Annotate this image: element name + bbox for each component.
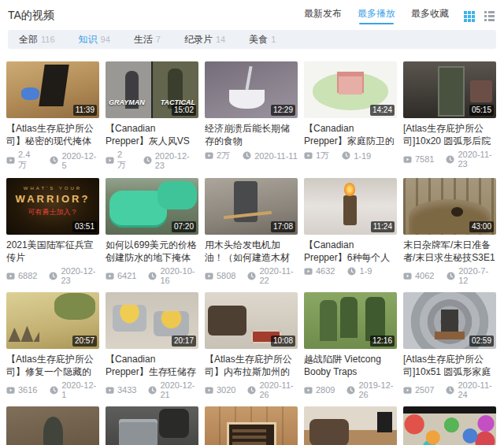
video-card[interactable]: 10:02 5种应该修建的后院地堡 1914 2020-10-18 <box>304 406 397 445</box>
video-title[interactable]: 【Canadian Prepper】家庭防卫的10层防线 <box>304 122 397 147</box>
grayman-vs-tactical-split-thumbnail[interactable]: GRAYMAN TACTICAL 15:02 <box>106 61 198 118</box>
video-title[interactable]: 如何以699美元的价格创建防水的地下掩体和食物储藏室 <box>106 239 198 264</box>
video-title[interactable]: 【Atlas生存庇护所公司】内布拉斯加州的防空洞藏在一个筒仓下 <box>205 353 298 378</box>
filter-item[interactable]: 全部 116 <box>19 33 55 46</box>
sort-tabs: 最新发布最多播放最多收藏 <box>304 7 449 24</box>
video-title[interactable]: 【Canadian Prepper】灰人风VS战术风？哪种风格更适合生存 <box>106 122 198 147</box>
backyard-bunker-living-room-thumbnail[interactable]: 10:02 <box>304 406 397 445</box>
video-card[interactable]: 12:29 经济崩溃后能长期储存的食物 2万 2020-11-11 <box>205 61 298 171</box>
filter-item[interactable]: 纪录片 14 <box>184 33 225 46</box>
video-title[interactable]: 越战陷阱 Vietcong Booby Traps <box>304 353 397 378</box>
list-glyph <box>484 11 487 13</box>
publish-date: 1-19 <box>354 151 371 161</box>
sort-tab[interactable]: 最多收藏 <box>411 7 449 24</box>
video-card[interactable]: 08:25 波兰战役 ▶ 德国为何入侵波兰？为何波兰溃不成军？ 1695 202… <box>403 406 496 445</box>
video-card[interactable]: 14:24 【Canadian Prepper】家庭防卫的10层防线 1万 1-… <box>304 61 397 171</box>
filter-item[interactable]: 生活 7 <box>134 33 161 46</box>
view-count: 2507 <box>415 385 434 395</box>
video-card[interactable]: 43:00 末日杂牌军/末日准备者/末日求生秘技S3E1危机倒数熟肉 4062 … <box>403 178 496 285</box>
video-card[interactable]: 11:24 【Canadian Prepper】6种每个人都应该学会的简易营地生… <box>304 178 397 285</box>
video-meta: 1万 1-19 <box>304 150 397 161</box>
play-count-icon <box>106 156 114 165</box>
clock-icon <box>148 272 157 280</box>
video-card[interactable]: 17:08 用木头给发电机加油！（如何建造木材气化炉） 5808 2020-11… <box>205 178 298 285</box>
desert-bunker-hatch-thumbnail[interactable]: 11:39 <box>6 61 99 118</box>
clock-icon <box>50 156 58 165</box>
duration-badge: 11:39 <box>73 105 97 116</box>
video-meta: 4062 2020-7-12 <box>403 266 496 285</box>
video-title[interactable]: 经济崩溃后能长期储存的食物 <box>205 122 298 147</box>
video-card[interactable]: 02:59 [Atlas生存庇护所公司]10x51 圆弧形家庭地堡8人2卧室 2… <box>403 292 496 399</box>
duration-badge: 20:57 <box>72 336 97 347</box>
video-title[interactable]: 【Atlas生存庇护所公司】秘密的现代掩体在世界末日装满了补给 <box>6 122 99 147</box>
publish-date: 2020-11-11 <box>254 151 298 161</box>
pots-of-pasta-thumbnail[interactable]: 20:17 <box>106 292 198 349</box>
duration-badge: 14:24 <box>370 105 395 116</box>
shelter-living-room-thumbnail[interactable]: 10:08 <box>205 292 298 349</box>
coffee-cup-thumbnail[interactable]: 12:29 <box>205 61 298 118</box>
green-water-tanks-thumbnail[interactable]: 07:20 <box>106 178 198 235</box>
video-title[interactable]: 末日杂牌军/末日准备者/末日求生秘技S3E1危机倒数熟肉 <box>403 239 496 264</box>
video-card[interactable]: 11:39 【Atlas生存庇护所公司】秘密的现代掩体在世界末日装满了补给 2.… <box>6 61 99 171</box>
home-defense-diagram-thumbnail[interactable]: 14:24 <box>304 61 397 118</box>
video-title[interactable]: 用木头给发电机加油！（如何建造木材气化炉） <box>205 239 298 264</box>
video-card[interactable]: 20:57 【Atlas生存庇护所公司】修复一个隐藏的现代末日避难地堡 3616… <box>6 292 99 399</box>
duration-badge: 15:02 <box>172 105 196 116</box>
sort-tab-label: 最多播放 <box>358 8 395 19</box>
filter-count: 14 <box>216 35 225 44</box>
view-count: 2万 <box>117 150 131 171</box>
publish-date: 2019-12-26 <box>358 380 397 399</box>
video-title[interactable]: [Atlas生存庇护所公司]10x20 圆弧形后院地堡 <box>403 122 496 147</box>
video-title[interactable]: 【Canadian Prepper】6种每个人都应该学会的简易营地生火方 <box>304 239 397 264</box>
video-card[interactable]: 12:16 越战陷阱 Vietcong Booby Traps 2809 201… <box>304 292 397 399</box>
grid-view-icon[interactable] <box>463 10 474 21</box>
publish-date: 2020-11-26 <box>259 380 298 399</box>
duration-badge: 20:17 <box>172 336 196 347</box>
filter-item[interactable]: 知识 94 <box>79 33 110 46</box>
filter-item[interactable]: 美食 1 <box>249 33 276 46</box>
list-view-icon[interactable] <box>484 10 495 21</box>
video-title[interactable]: 【Atlas生存庇护所公司】修复一个隐藏的现代末日避难地堡 <box>6 353 99 378</box>
video-card[interactable]: GRAYMAN TACTICAL 15:02 【Canadian Prepper… <box>106 61 198 171</box>
video-title[interactable]: [Atlas生存庇护所公司]10x51 圆弧形家庭地堡8人2卧室 <box>403 353 496 378</box>
europe-map-thumbnail[interactable]: 08:25 <box>403 406 496 445</box>
video-meta: 3616 2020-12-1 <box>6 380 99 399</box>
round-tunnel-bunker-thumbnail[interactable]: 02:59 <box>403 292 496 349</box>
video-card[interactable]: 05:15 [Atlas生存庇护所公司]10x20 圆弧形后院地堡 7581 2… <box>403 61 496 171</box>
video-card[interactable]: 43:56 末日杂牌军/末日准备者/末日求生秘技S3E11顶级存活 2203 2… <box>106 406 198 445</box>
view-count: 3020 <box>217 385 235 395</box>
view-count: 6421 <box>117 271 136 280</box>
duration-badge: 12:29 <box>271 105 295 116</box>
clock-icon <box>446 386 454 395</box>
play-count-icon <box>403 272 412 280</box>
trash-bin-gear-thumbnail[interactable]: 43:56 <box>106 406 198 445</box>
video-card[interactable]: 07:20 如何以699美元的价格创建防水的地下掩体和食物储藏室 6421 20… <box>106 178 198 285</box>
view-count: 2809 <box>316 385 335 395</box>
dry-grass-hillside-thumbnail[interactable]: 20:57 <box>6 292 99 349</box>
video-title[interactable]: 【Canadian Prepper】生存狂储存食物？千万别犯这种错误 <box>106 353 198 378</box>
floor-trapdoor-thumbnail[interactable]: 14:49 <box>205 406 298 445</box>
wood-gasifier-thumbnail[interactable]: 17:08 <box>205 178 298 235</box>
sort-tab[interactable]: 最新发布 <box>304 7 342 24</box>
army-recruitment-dark-thumbnail[interactable]: WHAT'S YOUR WARRIOR? 可有勇士加入？ 03:51 <box>6 178 99 235</box>
play-count-icon <box>6 156 15 165</box>
video-card[interactable]: WHAT'S YOUR WARRIOR? 可有勇士加入？ 03:51 2021美… <box>6 178 99 285</box>
play-count-icon <box>106 272 114 280</box>
clock-icon <box>446 155 454 164</box>
thumb-overlay-text: 可有勇士加入？ <box>6 207 99 217</box>
video-card[interactable]: 20:17 【Canadian Prepper】生存狂储存食物？千万别犯这种错误… <box>106 292 198 399</box>
view-toggles <box>463 10 495 21</box>
vietcong-cartoon-thumbnail[interactable]: 12:16 <box>304 292 397 349</box>
publish-date: 1-9 <box>359 266 372 276</box>
sort-tab[interactable]: 最多播放 <box>358 7 395 24</box>
video-title[interactable]: 2021美国陆军征兵宣传片 <box>6 239 99 264</box>
video-card[interactable]: 41:36 末日杂牌军/末日准备者/末日求生秘技S3E2求生天堂熟肉 2465 … <box>6 406 99 445</box>
video-card[interactable]: 14:49 【Atlas生存庇护所公司】这个价值13万美元的庇护所内部很大 19… <box>205 406 298 445</box>
burning-log-in-snow-thumbnail[interactable]: 11:24 <box>304 178 397 235</box>
sort-tab-label: 最多收藏 <box>411 8 449 19</box>
forest-mound-shelter-thumbnail[interactable]: 43:00 <box>403 178 496 235</box>
video-card[interactable]: 10:08 【Atlas生存庇护所公司】内布拉斯加州的防空洞藏在一个筒仓下 30… <box>205 292 298 399</box>
man-in-camo-rocks-thumbnail[interactable]: 41:36 <box>6 406 99 445</box>
video-meta: 2万 2020-11-11 <box>205 150 298 161</box>
bunker-interior-green-door-thumbnail[interactable]: 05:15 <box>403 61 496 118</box>
